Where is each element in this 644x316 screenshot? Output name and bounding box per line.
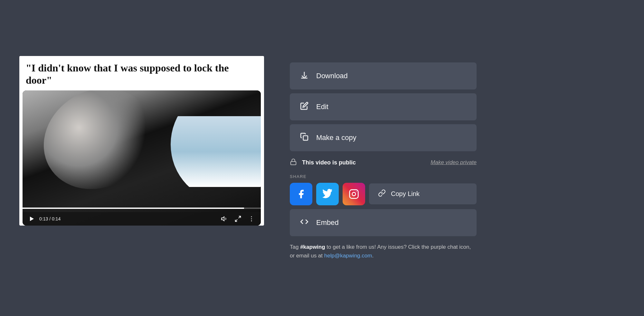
video-controls: 0:13 / 0:14 <box>23 212 261 226</box>
copy-link-button[interactable]: Copy Link <box>369 183 477 204</box>
svg-rect-7 <box>303 136 308 140</box>
svg-rect-8 <box>291 162 296 165</box>
download-button[interactable]: Download <box>290 62 477 89</box>
lock-icon <box>290 158 297 167</box>
instagram-share-button[interactable] <box>343 183 365 205</box>
svg-marker-0 <box>30 217 34 221</box>
video-player[interactable]: 0:13 / 0:14 <box>23 90 261 226</box>
video-panel: "I didn't know that I was supposed to lo… <box>19 56 264 226</box>
facebook-share-button[interactable] <box>290 183 312 205</box>
visibility-status: This video is public <box>302 159 356 166</box>
svg-marker-1 <box>222 217 224 221</box>
embed-button[interactable]: Embed <box>290 209 477 236</box>
progress-bar-fill <box>23 208 244 209</box>
make-private-link[interactable]: Make video private <box>431 159 477 166</box>
visibility-row: This video is public Make video private <box>290 155 477 170</box>
svg-point-4 <box>251 216 252 217</box>
twitter-icon <box>322 189 333 199</box>
share-label: SHARE <box>290 174 477 179</box>
more-options-icon <box>248 215 255 222</box>
tag-text: Tag #kapwing to get a like from us! Any … <box>290 243 477 260</box>
more-options-button[interactable] <box>247 215 256 223</box>
page-container: "I didn't know that I was supposed to lo… <box>0 37 644 279</box>
controls-right <box>220 215 256 223</box>
tag-suffix: . <box>372 253 374 259</box>
svg-point-6 <box>251 220 252 221</box>
svg-line-2 <box>239 216 241 218</box>
svg-rect-9 <box>350 190 358 198</box>
email-link[interactable]: help@kapwing.com <box>324 253 372 259</box>
make-copy-label: Make a copy <box>316 134 356 142</box>
play-pause-button[interactable] <box>28 215 35 223</box>
edit-button[interactable]: Edit <box>290 93 477 120</box>
volume-button[interactable] <box>220 215 229 223</box>
edit-icon <box>300 102 308 112</box>
copy-link-label: Copy Link <box>391 190 420 198</box>
download-label: Download <box>316 72 348 80</box>
fullscreen-button[interactable] <box>234 215 242 223</box>
embed-label: Embed <box>316 218 339 227</box>
download-icon <box>300 71 308 81</box>
time-display: 0:13 / 0:14 <box>39 216 61 221</box>
facebook-icon <box>296 189 306 199</box>
svg-point-11 <box>356 191 356 192</box>
tag-brand: #kapwing <box>300 244 325 250</box>
instagram-icon <box>349 189 359 199</box>
svg-line-3 <box>235 219 237 221</box>
embed-icon <box>300 218 308 228</box>
volume-icon <box>221 215 228 222</box>
share-section: SHARE <box>290 174 477 205</box>
video-wrapper: "I didn't know that I was supposed to lo… <box>19 56 264 226</box>
copy-icon <box>300 133 308 143</box>
twitter-share-button[interactable] <box>316 183 339 205</box>
progress-bar-container <box>23 208 261 209</box>
make-copy-button[interactable]: Make a copy <box>290 124 477 151</box>
play-icon <box>28 216 35 222</box>
link-icon <box>378 189 386 199</box>
svg-point-5 <box>251 218 252 219</box>
tag-prefix: Tag <box>290 244 300 250</box>
svg-point-10 <box>352 192 356 196</box>
video-frame <box>23 90 261 226</box>
actions-panel: Download Edit Make a copy <box>290 56 477 260</box>
edit-label: Edit <box>316 103 328 111</box>
fullscreen-icon <box>234 215 242 222</box>
share-row: Copy Link <box>290 183 477 205</box>
video-caption: "I didn't know that I was supposed to lo… <box>19 56 264 90</box>
